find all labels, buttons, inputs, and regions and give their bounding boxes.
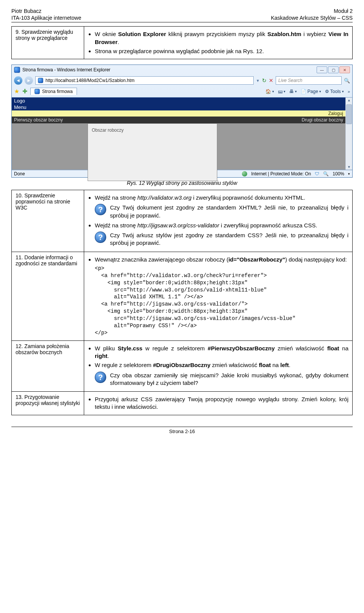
scroll-down-icon[interactable]: ▼ bbox=[347, 165, 351, 169]
favorites-star-icon[interactable]: ★ bbox=[14, 88, 19, 95]
zaloguj-link[interactable]: Zaloguj bbox=[328, 111, 343, 116]
ie-titlebar: Strona firmowa - Windows Internet Explor… bbox=[12, 65, 352, 75]
scroll-thumb[interactable] bbox=[346, 104, 352, 124]
page-menu-label: Page bbox=[308, 89, 318, 94]
search-placeholder: Live Search bbox=[278, 78, 302, 83]
text: . bbox=[107, 353, 109, 359]
zoom-value: 100% bbox=[333, 171, 344, 176]
window-title: Strona firmowa - Windows Internet Explor… bbox=[22, 67, 110, 72]
page-menu[interactable]: 📄 Page ▾ bbox=[301, 89, 321, 94]
security-icon: 🛡 bbox=[315, 171, 319, 176]
tools-menu-label: Tools bbox=[330, 89, 341, 94]
side-labels-row: Pierwszy obszar boczny Drugi obszar bocz… bbox=[12, 117, 345, 123]
status-left: Done bbox=[14, 171, 25, 176]
stop-button[interactable]: ✕ bbox=[269, 77, 273, 84]
scrollbar[interactable]: ▲ ▼ bbox=[345, 98, 352, 170]
section-13-bullet-1: Przygotuj arkusz CSS zawierający Twoją p… bbox=[95, 396, 348, 411]
question-block-1: ? Czy Twój dokument jest zgodny ze stand… bbox=[95, 204, 348, 219]
logo-label: Logo bbox=[12, 98, 345, 104]
globe-icon bbox=[242, 171, 247, 176]
module-title: Kaskadowe Arkusze Stylów – CSS bbox=[271, 14, 353, 21]
text: Wejdź na stronę bbox=[95, 222, 137, 228]
add-favorites-icon[interactable]: ✚ bbox=[22, 88, 27, 95]
zoom-dropdown-icon[interactable]: ▾ bbox=[348, 172, 350, 176]
header-right: Moduł 2 Kaskadowe Arkusze Stylów – CSS bbox=[271, 8, 353, 21]
top-nav: Logo Menu bbox=[12, 98, 345, 110]
ie-icon bbox=[14, 67, 20, 73]
status-mode: Internet | Protected Mode: On bbox=[251, 171, 311, 176]
scroll-up-icon[interactable]: ▲ bbox=[347, 98, 351, 102]
home-button[interactable]: 🏠 ▾ bbox=[265, 89, 274, 94]
section-11-label: 11. Dodanie informacji o zgodności ze st… bbox=[12, 252, 84, 340]
text: . bbox=[118, 39, 119, 45]
italic-url: http://validator.w3.org bbox=[137, 194, 191, 201]
question-text-1: Czy Twój dokument jest zgodny ze standar… bbox=[110, 204, 348, 219]
close-button[interactable]: ✕ bbox=[339, 66, 350, 73]
code-block: <p> <a href="http://validator.w3.org/che… bbox=[95, 265, 348, 337]
menu-label: Menu bbox=[12, 104, 345, 110]
sections-table: 10. Sprawdzenie poprawności na stronie W… bbox=[11, 190, 353, 415]
browser-tab[interactable]: Strona firmowa bbox=[30, 88, 77, 95]
refresh-button[interactable]: ↻ bbox=[262, 77, 267, 84]
maximize-button[interactable]: ▢ bbox=[328, 66, 339, 73]
section-12-label: 12. Zamiana położenia obszarów bocznych bbox=[12, 340, 84, 391]
page-icon bbox=[38, 78, 43, 83]
print-button[interactable]: 🖶 ▾ bbox=[289, 89, 297, 94]
work-area-block: Obszar roboczy bbox=[88, 123, 217, 181]
section-10-label: 10. Sprawdzenie poprawności na stronie W… bbox=[12, 190, 84, 252]
text: W pliku bbox=[95, 345, 118, 351]
tab-icon bbox=[35, 89, 40, 94]
login-strip: Zaloguj bbox=[12, 110, 345, 117]
bold: #PierwszyObszarBoczny bbox=[208, 345, 275, 351]
section-10-content: Wejdź na stronę http://validator.w3.org … bbox=[84, 190, 353, 252]
section-9-bullet-1: W oknie Solution Explorer kliknij prawym… bbox=[95, 30, 348, 46]
page-header: Piotr Bubacz ITA-103 Aplikacje interneto… bbox=[11, 8, 353, 22]
url-dropdown-icon[interactable]: ▼ bbox=[256, 79, 260, 83]
question-block-2: ? Czy Twój arkusz stylów jest zgodny ze … bbox=[95, 232, 348, 247]
header-left: Piotr Bubacz ITA-103 Aplikacje interneto… bbox=[11, 8, 81, 21]
text: zmień właściwość bbox=[275, 345, 327, 351]
ie-tabbar: ★ ✚ Strona firmowa 🏠 ▾ 🖴 ▾ 🖶 ▾ 📄 Page ▾ … bbox=[12, 86, 352, 97]
question-icon: ? bbox=[95, 232, 106, 243]
address-bar[interactable]: http://localhost:1488/Mod2Cw1/Szablon.ht… bbox=[35, 76, 254, 85]
section-12-bullet-1: W pliku Style.css w regule z selektorem … bbox=[95, 345, 348, 360]
section-9-bullet-2: Strona w przeglądarce powinna wyglądać p… bbox=[95, 47, 348, 55]
ie-screenshot: Strona firmowa - Windows Internet Explor… bbox=[11, 65, 353, 178]
section-11-content: Wewnątrz znacznika zawierającego obszar … bbox=[84, 252, 353, 340]
right-side-label: Drugi obszar boczny bbox=[302, 117, 343, 123]
text: na bbox=[271, 362, 280, 368]
question-block-3: ? Czy oba obszar zamieniły się miejscami… bbox=[95, 372, 348, 387]
minimize-button[interactable]: — bbox=[317, 66, 327, 73]
ie-window: Strona firmowa - Windows Internet Explor… bbox=[11, 65, 353, 178]
text: zmień właściwość bbox=[210, 362, 259, 368]
question-icon: ? bbox=[95, 204, 106, 215]
author-name: Piotr Bubacz bbox=[11, 8, 81, 14]
bold: Szablon.htm bbox=[267, 31, 301, 37]
section-11-bullet-1: Wewnątrz znacznika zawierającego obszar … bbox=[95, 256, 348, 263]
page: Piotr Bubacz ITA-103 Aplikacje interneto… bbox=[0, 0, 364, 449]
text: i wybierz bbox=[301, 31, 328, 37]
feeds-button[interactable]: 🖴 ▾ bbox=[278, 89, 286, 94]
section-9-label: 9. Sprawdzenie wyglądu strony w przegląd… bbox=[12, 27, 84, 59]
bold: Solution Explorer bbox=[118, 31, 166, 37]
tools-menu[interactable]: ⚙ Tools ▾ bbox=[325, 89, 344, 94]
text: W oknie bbox=[95, 31, 118, 37]
chevron-right-icon[interactable]: » bbox=[348, 89, 350, 94]
search-icon[interactable]: 🔍 bbox=[344, 78, 350, 84]
url-text: http://localhost:1488/Mod2Cw1/Szablon.ht… bbox=[46, 78, 135, 83]
back-button[interactable]: ◄ bbox=[14, 76, 22, 85]
search-box[interactable]: Live Search bbox=[276, 76, 342, 85]
text: . bbox=[289, 362, 290, 368]
text: W regule z selektorem bbox=[95, 362, 153, 368]
question-text-3: Czy oba obszar zamieniły się miejscami? … bbox=[110, 372, 348, 387]
bold: Style.css bbox=[118, 345, 143, 351]
text: ) dodaj następujący kod: bbox=[285, 256, 347, 263]
zoom-icon[interactable]: 🔍 bbox=[323, 171, 329, 176]
left-side-label: Pierwszy obszar boczny bbox=[14, 117, 63, 123]
text: w regule z selektorem bbox=[143, 345, 208, 351]
text: Wejdź na stronę bbox=[95, 194, 137, 201]
course-code: ITA-103 Aplikacje internetowe bbox=[11, 14, 81, 21]
section-13-content: Przygotuj arkusz CSS zawierający Twoją p… bbox=[84, 392, 353, 415]
section-10-bullet-1: Wejdź na stronę http://validator.w3.org … bbox=[95, 194, 348, 202]
forward-button[interactable]: ► bbox=[25, 76, 33, 85]
